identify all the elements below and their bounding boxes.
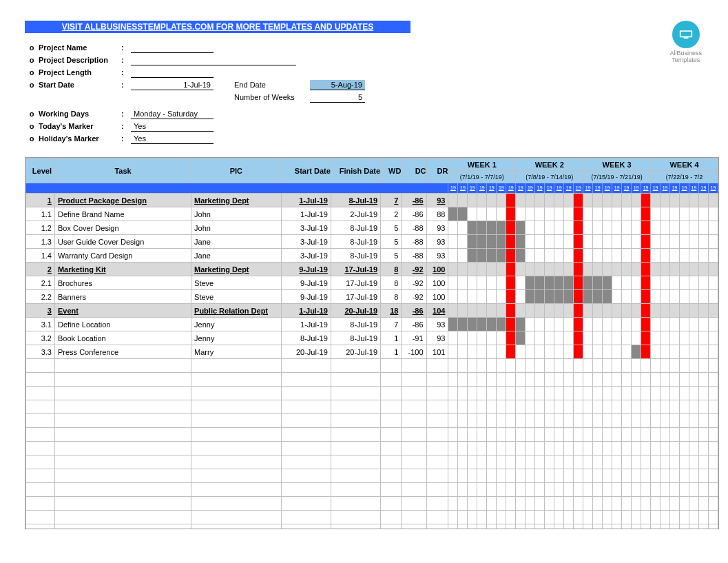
gantt-cell	[632, 304, 641, 318]
table-row[interactable]: 2.1BrochuresSteve9-Jul-1917-Jul-198-9210…	[26, 276, 718, 290]
col-week-range-3: (7/15/19 - 7/21/19)	[583, 171, 651, 183]
gantt-cell	[680, 304, 689, 318]
gantt-cell	[477, 221, 487, 235]
gantt-cell	[526, 318, 535, 331]
gantt-cell	[448, 345, 458, 359]
gantt-cell	[708, 318, 718, 331]
table-row[interactable]: 3.2Book LocationJenny8-Jul-198-Jul-191-9…	[26, 331, 718, 345]
gantt-cell	[680, 194, 689, 207]
gantt-cell	[593, 221, 603, 235]
table-row[interactable]: 3.3Press ConferenceMarry20-Jul-1920-Jul-…	[26, 345, 718, 359]
input-project-length[interactable]	[131, 68, 214, 78]
gantt-cell	[526, 249, 535, 263]
input-start-date[interactable]: 1-Jul-19	[131, 80, 214, 90]
gantt-cell	[622, 345, 632, 359]
gantt-cell	[603, 221, 612, 235]
table-row[interactable]: 1.1Define Brand NameJohn1-Jul-192-Jul-19…	[26, 207, 718, 221]
gantt-cell	[708, 249, 718, 263]
input-holidays-marker[interactable]: Yes	[131, 134, 214, 144]
gantt-cell	[535, 345, 545, 359]
gantt-table[interactable]: LevelTaskPICStart DateFinish DateWDDCDRW…	[25, 158, 718, 529]
gantt-cell	[477, 263, 487, 276]
gantt-cell	[516, 304, 526, 318]
gantt-cell	[535, 194, 545, 207]
empty-row[interactable]	[26, 414, 718, 428]
gantt-cell	[526, 331, 535, 345]
gantt-cell	[641, 207, 651, 221]
cell-dc: -91	[402, 331, 426, 345]
col-week-1: WEEK 1	[448, 158, 516, 171]
empty-row[interactable]	[26, 469, 718, 483]
gantt-cell	[612, 235, 622, 249]
empty-row[interactable]	[26, 373, 718, 387]
cell-dc: -100	[402, 345, 426, 359]
empty-row[interactable]	[26, 428, 718, 442]
empty-row[interactable]	[26, 442, 718, 455]
col-level: Level	[26, 158, 55, 183]
gantt-cell	[477, 194, 487, 207]
day-header-cell: 19	[554, 183, 564, 194]
gantt-cell	[487, 207, 497, 221]
input-project-desc[interactable]	[131, 55, 296, 65]
label-num-weeks: Number of Weeks	[234, 93, 310, 101]
logo-caption-1: AllBusiness	[669, 50, 702, 57]
table-row[interactable]: 2Marketing KitMarketing Dept9-Jul-1917-J…	[26, 263, 718, 276]
gantt-cell	[612, 194, 622, 207]
day-header-cell: 19	[603, 183, 612, 194]
gantt-cell	[477, 345, 487, 359]
svg-rect-1	[680, 32, 691, 37]
cell-task: Warranty Card Design	[54, 249, 191, 263]
cell-wd: 1	[381, 331, 402, 345]
table-row[interactable]: 2.2BannersSteve9-Jul-1917-Jul-198-92100	[26, 290, 718, 304]
gantt-cell	[487, 331, 497, 345]
empty-row[interactable]	[26, 400, 718, 414]
col-wd: WD	[381, 158, 402, 183]
empty-row[interactable]	[26, 511, 718, 524]
col-week-range-2: (7/8/19 - 7/14/19)	[516, 171, 583, 183]
gantt-cell	[680, 318, 689, 331]
banner-link[interactable]: VISIT ALLBUSINESSTEMPLATES.COM FOR MORE …	[25, 21, 410, 33]
table-row[interactable]: 3.1Define LocationJenny1-Jul-198-Jul-197…	[26, 318, 718, 331]
gantt-cell	[603, 249, 612, 263]
gantt-cell	[545, 221, 554, 235]
empty-row[interactable]	[26, 483, 718, 497]
empty-row[interactable]	[26, 497, 718, 511]
empty-row[interactable]	[26, 359, 718, 373]
table-row[interactable]: 1.2Box Cover DesignJohn3-Jul-198-Jul-195…	[26, 221, 718, 235]
empty-row[interactable]	[26, 387, 718, 400]
cell-finish: 8-Jul-19	[331, 194, 380, 207]
gantt-cell	[583, 318, 593, 331]
empty-row[interactable]	[26, 524, 718, 530]
gantt-cell	[468, 221, 477, 235]
gantt-cell	[651, 249, 661, 263]
day-header-cell: 19	[526, 183, 535, 194]
empty-row[interactable]	[26, 455, 718, 469]
input-project-name[interactable]	[131, 43, 214, 53]
gantt-cell	[651, 345, 661, 359]
day-header-cell: 19	[680, 183, 689, 194]
table-row[interactable]: 1Product Package DesignMarketing Dept1-J…	[26, 194, 718, 207]
cell-dr: 93	[426, 249, 448, 263]
day-header-cell: 19	[622, 183, 632, 194]
gantt-cell	[699, 304, 709, 318]
gantt-cell	[468, 304, 477, 318]
gantt-cell	[477, 290, 487, 304]
gantt-cell	[689, 194, 699, 207]
table-row[interactable]: 1.4Warranty Card DesignJane3-Jul-198-Jul…	[26, 249, 718, 263]
gantt-cell	[497, 221, 506, 235]
gantt-cell	[554, 263, 564, 276]
table-row[interactable]: 3EventPublic Relation Dept1-Jul-1920-Jul…	[26, 304, 718, 318]
logo-block: AllBusiness Templates	[669, 21, 702, 63]
gantt-cell	[689, 304, 699, 318]
col-week-3: WEEK 3	[583, 158, 651, 171]
input-working-days[interactable]: Monday - Saturday	[131, 109, 214, 119]
gantt-cell	[622, 235, 632, 249]
label-todays-marker: Today's Marker	[39, 122, 121, 130]
input-todays-marker[interactable]: Yes	[131, 121, 214, 132]
gantt-cell	[632, 235, 641, 249]
gantt-cell	[554, 304, 564, 318]
logo-caption-2: Templates	[669, 57, 702, 63]
cell-start: 9-Jul-19	[281, 263, 331, 276]
table-row[interactable]: 1.3User Guide Cover DesignJane3-Jul-198-…	[26, 235, 718, 249]
gantt-table-wrap: LevelTaskPICStart DateFinish DateWDDCDRW…	[25, 157, 719, 529]
